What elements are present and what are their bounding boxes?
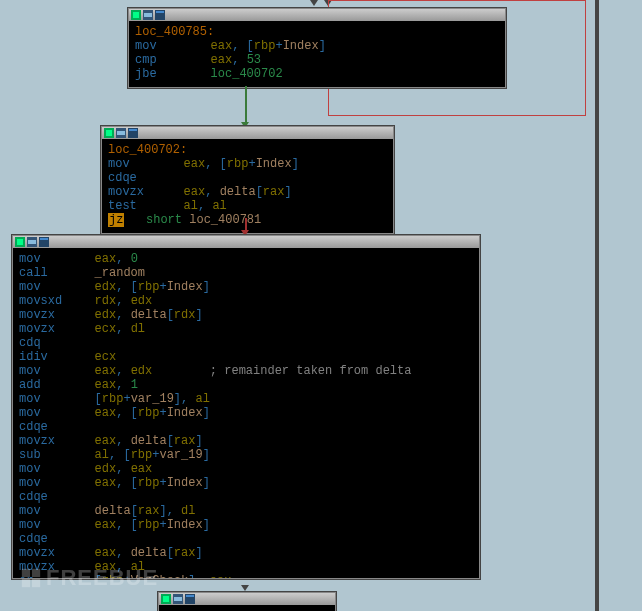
node-titlebar[interactable] (159, 593, 335, 605)
breakpoint-icon[interactable] (131, 10, 141, 20)
edge-true (245, 86, 247, 124)
code-body: loc_400785: mov eax, [rbp+Index] cmp eax… (129, 21, 505, 87)
basic-block-400702[interactable]: loc_400702: mov eax, [rbp+Index] cdqe mo… (101, 126, 394, 234)
svg-rect-3 (144, 13, 152, 17)
group-icon[interactable] (116, 128, 126, 138)
code-body: mov eax, 0 call _random mov edx, [rbp+In… (13, 248, 479, 578)
svg-rect-23 (186, 595, 194, 597)
svg-rect-11 (129, 129, 137, 131)
window-icon[interactable] (155, 10, 165, 20)
window-icon[interactable] (128, 128, 138, 138)
code-body (159, 605, 335, 611)
svg-rect-13 (17, 239, 23, 245)
svg-rect-21 (174, 597, 182, 601)
graph-canvas[interactable]: loc_400785: mov eax, [rbp+Index] cmp eax… (0, 0, 642, 611)
svg-rect-19 (163, 596, 169, 602)
outgoing-edge-arrow (241, 585, 249, 591)
svg-rect-17 (40, 238, 48, 240)
incoming-edge-arrow (310, 0, 318, 6)
group-icon[interactable] (143, 10, 153, 20)
window-icon[interactable] (185, 594, 195, 604)
node-titlebar[interactable] (129, 9, 505, 21)
basic-block-body[interactable]: mov eax, 0 call _random mov edx, [rbp+In… (12, 235, 480, 579)
group-icon[interactable] (173, 594, 183, 604)
node-titlebar[interactable] (13, 236, 479, 248)
svg-rect-7 (106, 130, 112, 136)
breakpoint-icon[interactable] (104, 128, 114, 138)
group-icon[interactable] (27, 237, 37, 247)
svg-rect-15 (28, 240, 36, 244)
window-icon[interactable] (39, 237, 49, 247)
svg-rect-5 (156, 11, 164, 13)
canvas-border-right (595, 0, 599, 611)
svg-rect-27 (32, 579, 40, 587)
basic-block-next[interactable] (158, 592, 336, 611)
code-body: loc_400702: mov eax, [rbp+Index] cdqe mo… (102, 139, 393, 233)
node-titlebar[interactable] (102, 127, 393, 139)
basic-block-400785[interactable]: loc_400785: mov eax, [rbp+Index] cmp eax… (128, 8, 506, 88)
breakpoint-icon[interactable] (161, 594, 171, 604)
svg-rect-9 (117, 131, 125, 135)
breakpoint-icon[interactable] (15, 237, 25, 247)
svg-rect-1 (133, 12, 139, 18)
svg-rect-26 (22, 579, 30, 587)
